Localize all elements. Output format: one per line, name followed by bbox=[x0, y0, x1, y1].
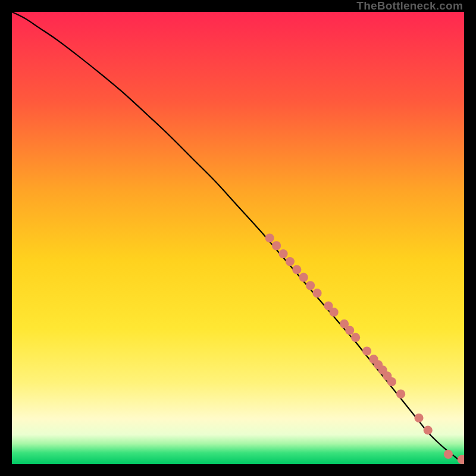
data-marker bbox=[278, 249, 287, 258]
plot-area bbox=[12, 12, 464, 464]
data-marker bbox=[272, 241, 281, 250]
data-marker bbox=[286, 257, 295, 266]
data-marker bbox=[444, 450, 453, 459]
data-marker bbox=[362, 346, 371, 355]
data-marker bbox=[299, 273, 308, 282]
data-marker bbox=[265, 233, 274, 242]
data-marker bbox=[330, 308, 339, 317]
data-marker bbox=[414, 414, 423, 422]
watermark-label: TheBottleneck.com bbox=[356, 0, 463, 12]
data-marker bbox=[424, 425, 433, 434]
data-marker bbox=[345, 325, 354, 334]
data-marker bbox=[312, 289, 321, 298]
gradient-background bbox=[12, 12, 464, 464]
data-marker bbox=[396, 390, 405, 399]
bottleneck-chart bbox=[12, 12, 464, 464]
data-marker bbox=[387, 377, 396, 386]
data-marker bbox=[306, 281, 315, 290]
chart-stage: TheBottleneck.com bbox=[0, 0, 476, 476]
data-marker bbox=[351, 333, 360, 342]
data-marker bbox=[292, 265, 301, 274]
